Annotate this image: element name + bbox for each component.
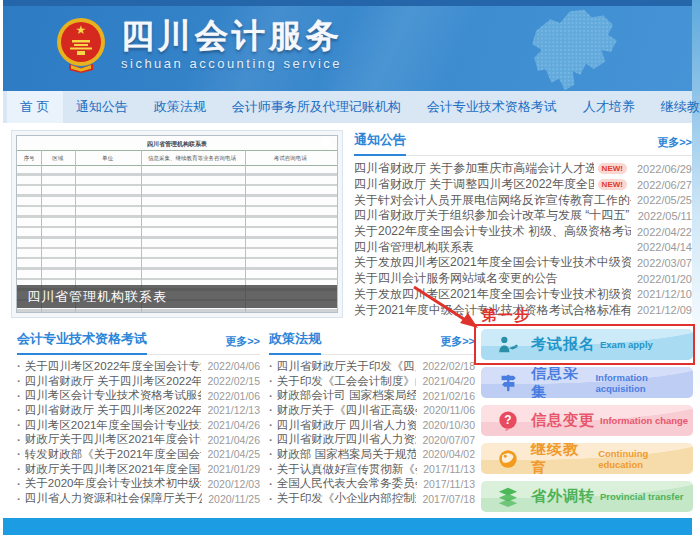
signpost-icon (497, 372, 519, 394)
list-item[interactable]: 四川省人力资源和社会保障厅关于公布... 2020/11/25 (17, 491, 260, 506)
list-item-title: 财政部会计司 国家档案局经济科... (277, 388, 417, 403)
quick-links: 考试报名 Exam apply 信息采集 Information acquisi… (481, 329, 693, 519)
nav-item-continuing-education[interactable]: 继续教育 (648, 91, 700, 123)
svg-text:?: ? (504, 413, 511, 427)
list-item[interactable]: 财政部会计司 国家档案局经济科... 2021/02/16 (269, 388, 475, 403)
list-item[interactable]: 四川省财政厅 四川省人力资源和... 2020/10/30 (269, 418, 475, 433)
notice-item[interactable]: 四川省财政厅 关于参加重庆市高端会计人才选拔考试的公告 NEW! 2022/06… (354, 161, 692, 177)
list-item-date: 2020/12/03 (207, 478, 260, 490)
provincial-transfer-button[interactable]: 省外调转 Provincial transfer (481, 481, 693, 512)
list-item-date: 2021/12/13 (207, 404, 260, 416)
slider-indicator-dot[interactable] (321, 138, 330, 147)
slider-caption-text: 四川省管理机构联系表 (27, 288, 167, 306)
list-item-title: 财政厅关于四川考区2021年度全国会... (25, 462, 202, 477)
notice-item-date: 2022/06/27 (637, 179, 692, 191)
list-item-title: 四川考区会计专业技术资格考试服务事... (25, 388, 202, 403)
list-item-title: 四川省财政厅 关于四川考区2022年度... (25, 403, 202, 418)
list-item-title: 关于四川考区2022年度全国会计专业... (25, 359, 202, 374)
notice-item-date: 2022/05/11 (638, 210, 692, 222)
table-image-col-header: 区域 (41, 151, 75, 165)
list-item[interactable]: 关于认真做好宣传贯彻新《会计... 2017/11/13 (269, 462, 475, 477)
list-item[interactable]: 关于2020年度会计专业技术初中级考... 2020/12/03 (17, 477, 260, 492)
list-item-date: 2022/04/06 (207, 360, 260, 372)
notice-item-title: 四川省管理机构联系表 (354, 239, 631, 256)
notice-item[interactable]: 四川省财政厅 关于调整四川考区2022年度全国会计专业技术初... NEW! 2… (354, 177, 692, 193)
notice-item[interactable]: 关于发放四川考区2021年度全国会计专业技术中级资格证书的... 2022/03… (354, 255, 692, 271)
footer-bar (3, 518, 692, 535)
list-item[interactable]: 关于印发《小企业内部控制规范(... 2017/07/18 (269, 491, 475, 506)
exam-more-link[interactable]: 更多>> (225, 334, 260, 354)
exam-panel: 会计专业技术资格考试 更多>> 关于四川考区2022年度全国会计专业... 20… (17, 330, 260, 506)
list-item[interactable]: 财政厅关于《四川省正高级会计... 2020/11/06 (269, 403, 475, 418)
question-mark-icon: ? (497, 410, 519, 432)
list-item-title: 四川省财政厅关于印发《四川省... (277, 359, 417, 374)
list-item[interactable]: 四川省财政厅 关于四川考区2022年度... 2021/12/13 (17, 403, 260, 418)
exam-apply-button[interactable]: 考试报名 Exam apply (481, 329, 693, 360)
nav-item-firms-agencies[interactable]: 会计师事务所及代理记账机构 (219, 91, 414, 123)
list-item[interactable]: 财政厅关于四川考区2021年度全国会... 2021/01/29 (17, 462, 260, 477)
policy-more-link[interactable]: 更多>> (440, 334, 475, 354)
list-item[interactable]: 四川考区会计专业技术资格考试服务事... 2022/01/06 (17, 388, 260, 403)
list-item[interactable]: 四川省财政厅四川省人力资源和... 2020/07/07 (269, 432, 475, 447)
list-item-date: 2021/02/16 (422, 390, 475, 402)
new-badge: NEW! (598, 179, 627, 190)
list-item-date: 2020/11/25 (208, 493, 260, 505)
table-image-title: 四川省管理机构联系表 (17, 136, 337, 150)
list-item[interactable]: 转发财政部《关于2021年度全国会计... 2021/04/25 (17, 447, 260, 462)
main-nav: 首 页 通知公告 政策法规 会计师事务所及代理记账机构 会计专业技术资格考试 人… (3, 91, 692, 123)
notice-item[interactable]: 关于四川会计服务网站域名变更的公告 2022/01/20 (354, 271, 692, 287)
list-item[interactable]: 四川考区2021年度全国会计专业技术... 2021/04/26 (17, 418, 260, 433)
list-item-title: 转发财政部《关于2021年度全国会计... (25, 447, 202, 462)
notice-item[interactable]: 四川省财政厅关于组织参加会计改革与发展 “十四五” 规划网... 2022/05… (354, 208, 692, 224)
nav-item-policies[interactable]: 政策法规 (141, 91, 219, 123)
exam-apply-icon (497, 334, 519, 356)
notice-item[interactable]: 四川省管理机构联系表 2022/04/14 (354, 239, 692, 255)
notice-item-date: 2021/12/10 (637, 288, 692, 300)
image-slider[interactable]: 四川省管理机构联系表 序号区域单位信息采集、继续教育等业务咨询电话考试咨询电话 … (11, 130, 343, 318)
notice-item-date: 2021/12/09 (637, 304, 692, 316)
list-item-date: 2017/07/18 (422, 493, 475, 505)
notice-item-date: 2022/01/20 (637, 273, 692, 285)
notice-item-title: 关于四川会计服务网站域名变更的公告 (354, 270, 631, 287)
list-item-title: 四川省人力资源和社会保障厅关于公布... (25, 491, 202, 506)
nav-item-qualification-exam[interactable]: 会计专业技术资格考试 (414, 91, 570, 123)
notice-item-title: 四川省财政厅关于组织参加会计改革与发展 “十四五” 规划网... (354, 207, 632, 224)
list-item-title: 四川省财政厅四川省人力资源和... (277, 432, 417, 447)
continuing-education-button[interactable]: 继续教育 Continuing education (481, 443, 693, 474)
list-item[interactable]: 全国人民代表大会常务委员会关... 2017/11/13 (269, 477, 475, 492)
table-image-col-header: 序号 (17, 151, 41, 165)
list-item-date: 2022/01/06 (207, 390, 260, 402)
nav-item-talent-training[interactable]: 人才培养 (570, 91, 648, 123)
list-item[interactable]: 关于印发《工会会计制度》的通知 2021/04/20 (269, 374, 475, 389)
list-item-title: 全国人民代表大会常务委员会关... (277, 476, 417, 491)
info-acquisition-button[interactable]: 信息采集 Information acquisition (481, 367, 693, 398)
list-item-date: 2017/11/13 (423, 478, 475, 490)
national-emblem-icon: ★ (55, 16, 107, 74)
list-item[interactable]: 四川省财政厅 关于四川考区2022年度... 2022/02/15 (17, 374, 260, 389)
info-change-button[interactable]: ? 信息变更 Information change (481, 405, 693, 436)
list-item[interactable]: 财政厅关于四川考区2021年度会计初... 2021/04/26 (17, 432, 260, 447)
notice-item[interactable]: 关于2022年度全国会计专业技术 初级、高级资格考试延期举行... 2022/0… (354, 224, 692, 240)
notice-item-title: 关于针对会计人员开展电信网络反诈宣传教育工作的公告 (354, 192, 631, 209)
policy-panel-title: 政策法规 (269, 330, 321, 355)
nav-item-notices[interactable]: 通知公告 (63, 91, 141, 123)
notice-item-title: 关于发放四川考区2021年度全国会计专业技术中级资格证书的... (354, 254, 631, 271)
notice-more-link[interactable]: 更多>> (657, 135, 692, 155)
list-item[interactable]: 四川省财政厅关于印发《四川省... 2022/02/18 (269, 359, 475, 374)
notice-item-title: 四川省财政厅 关于参加重庆市高端会计人才选拔考试的公告 (354, 160, 594, 177)
list-item[interactable]: 财政部 国家档案局关于规范电子... 2020/04/02 (269, 447, 475, 462)
list-item-date: 2021/04/26 (207, 434, 260, 446)
notice-item[interactable]: 关于发放四川考区2021年度全国会计专业技术初级资格证书的... 2021/12… (354, 287, 692, 303)
site-header: ★ 四川会计服务 sichuan accounting service (3, 6, 692, 91)
notice-item-title: 关于2022年度全国会计专业技术 初级、高级资格考试延期举行... (354, 223, 631, 240)
list-item-date: 2022/02/18 (422, 360, 475, 372)
list-item-date: 2020/11/06 (423, 404, 475, 416)
notice-panel-header: 通知公告 更多>> (354, 131, 692, 156)
nav-item-home[interactable]: 首 页 (7, 91, 63, 123)
notice-item[interactable]: 关于针对会计人员开展电信网络反诈宣传教育工作的公告 2022/05/25 (354, 192, 692, 208)
site-logo[interactable]: ★ 四川会计服务 sichuan accounting service (55, 16, 343, 74)
list-item-title: 关于印发《工会会计制度》的通知 (277, 374, 417, 389)
svg-text:★: ★ (76, 23, 87, 37)
list-item[interactable]: 关于四川考区2022年度全国会计专业... 2022/04/06 (17, 359, 260, 374)
policy-panel: 政策法规 更多>> 四川省财政厅关于印发《四川省... 2022/02/18 关… (269, 330, 475, 506)
